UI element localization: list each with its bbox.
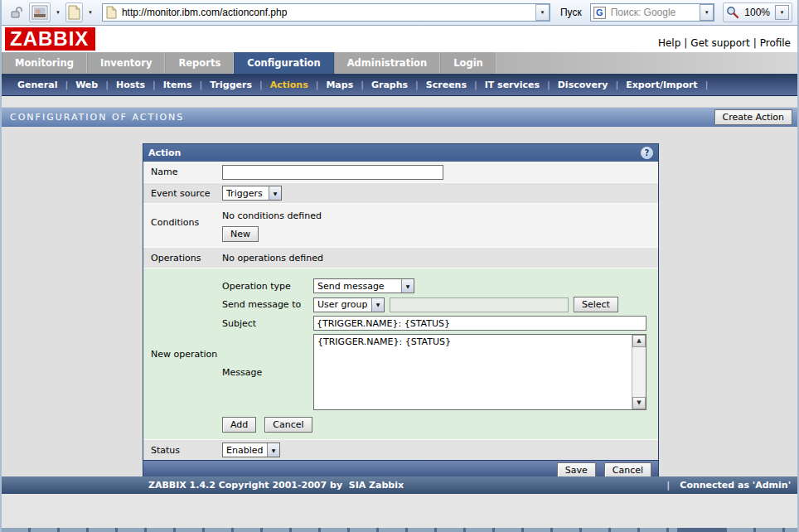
form-row-status: Status Enabled (143, 439, 658, 460)
browser-window: http://monitor.ibm.com/actionconf.php Пу… (0, 0, 799, 532)
subnav-items[interactable]: Items (156, 80, 200, 90)
image-dropdown-icon[interactable] (53, 10, 63, 15)
page-icon (68, 5, 80, 20)
textarea-scrollbar[interactable] (632, 335, 646, 409)
conditions-label: Conditions (143, 209, 222, 228)
subnav-graphs[interactable]: Graphs (364, 80, 415, 90)
page-header: CONFIGURATION OF ACTIONS Create Action (2, 108, 797, 127)
form-row-conditions: Conditions No conditions defined New (143, 203, 658, 247)
no-operations-text: No operations defined (222, 253, 323, 264)
send-message-to-row: Send message to User group Select (222, 297, 658, 312)
zabbix-logo[interactable]: ZABBIX (5, 27, 95, 51)
page-dropdown-icon[interactable] (85, 10, 95, 15)
tab-login[interactable]: Login (440, 52, 496, 74)
address-dropdown-icon[interactable] (535, 4, 550, 21)
status-label: Status (143, 445, 222, 456)
tab-inventory[interactable]: Inventory (87, 52, 166, 74)
subnav-export-import[interactable]: Export/Import (618, 80, 705, 90)
subject-input[interactable] (313, 316, 646, 331)
event-source-select[interactable]: Triggers (222, 186, 282, 201)
new-condition-button[interactable]: New (222, 226, 259, 242)
page-title: CONFIGURATION OF ACTIONS (2, 112, 184, 123)
image-icon (31, 5, 48, 20)
subject-row: Subject (222, 316, 658, 331)
header-links: HelpGet supportProfile (658, 37, 791, 49)
bottom-edge-segment (677, 528, 727, 532)
search-box[interactable]: G Поиск: Google (590, 3, 715, 22)
help-icon[interactable]: ? (641, 147, 653, 159)
below-footer-area (2, 494, 797, 528)
copyright-text: ZABBIX 1.4.2 Copyright 2001-2007 by SIA … (2, 476, 550, 494)
get-support-link[interactable]: Get support (690, 37, 749, 49)
select-arrow-icon (371, 298, 384, 312)
form-row-operations: Operations No operations defined (143, 247, 658, 268)
scroll-down-icon[interactable] (632, 397, 646, 409)
help-link[interactable]: Help (658, 37, 680, 49)
tab-configuration[interactable]: Configuration (234, 52, 333, 74)
url-text[interactable]: http://monitor.ibm.com/actionconf.php (117, 7, 535, 18)
subnav-it-services[interactable]: IT services (477, 80, 547, 90)
form-row-name: Name (143, 162, 658, 182)
subnav-separator (705, 80, 709, 90)
operation-type-select[interactable]: Send message (313, 278, 414, 293)
add-operation-button[interactable]: Add (222, 417, 256, 433)
subnav-web[interactable]: Web (68, 80, 105, 90)
action-form: Action ? Name Event source Triggers Cond… (143, 143, 659, 481)
url-page-icon (106, 6, 117, 19)
name-label: Name (143, 167, 222, 177)
search-dropdown-icon[interactable] (700, 4, 714, 21)
select-arrow-icon (269, 186, 281, 200)
subnav-hosts[interactable]: Hosts (109, 80, 153, 90)
subnav-general[interactable]: General (10, 80, 65, 90)
subnav-discovery[interactable]: Discovery (550, 80, 616, 90)
message-label: Message (222, 367, 313, 378)
window-bottom-edge (2, 528, 797, 532)
name-input[interactable] (222, 165, 443, 180)
image-button[interactable] (29, 2, 51, 22)
message-row: Message {TRIGGER.NAME}: {STATUS} (222, 334, 658, 410)
form-title-bar: Action ? (143, 144, 658, 162)
create-action-button[interactable]: Create Action (714, 109, 793, 125)
subnav-actions[interactable]: Actions (263, 80, 316, 90)
address-bar[interactable]: http://monitor.ibm.com/actionconf.php (102, 3, 550, 22)
tabs-filler (496, 52, 797, 74)
zoom-control[interactable]: 100% (723, 2, 792, 22)
operation-type-label: Operation type (222, 281, 313, 292)
send-to-select[interactable]: User group (313, 297, 385, 312)
profile-link[interactable]: Profile (760, 37, 791, 49)
zoom-dropdown-icon[interactable] (775, 5, 789, 20)
subnav-screens[interactable]: Screens (419, 80, 474, 90)
go-button[interactable]: Пуск (560, 7, 582, 18)
no-conditions-text: No conditions defined (222, 209, 322, 221)
tab-reports[interactable]: Reports (165, 52, 234, 74)
main-nav-tabs: Monitoring Inventory Reports Configurati… (2, 52, 797, 74)
send-message-to-label: Send message to (222, 299, 313, 310)
operation-buttons-row: Add Cancel (222, 417, 658, 433)
select-arrow-icon (401, 279, 414, 293)
link-separator (680, 37, 690, 49)
browser-toolbar: http://monitor.ibm.com/actionconf.php Пу… (2, 0, 797, 26)
connected-as-text: Connected as 'Admin' (666, 476, 791, 494)
subnav-triggers[interactable]: Triggers (202, 80, 259, 90)
content-area: Action ? Name Event source Triggers Cond… (2, 127, 797, 476)
search-input[interactable]: Поиск: Google (606, 7, 700, 18)
tab-monitoring[interactable]: Monitoring (2, 52, 87, 74)
operation-type-row: Operation type Send message (222, 278, 658, 293)
new-operation-label: New operation (143, 349, 222, 360)
scroll-up-icon[interactable] (632, 335, 646, 347)
google-icon: G (593, 7, 606, 19)
operations-label: Operations (143, 253, 222, 264)
send-to-target-input (390, 297, 569, 312)
cancel-operation-button[interactable]: Cancel (264, 417, 312, 433)
tab-administration[interactable]: Administration (334, 52, 441, 74)
subnav-maps[interactable]: Maps (318, 80, 361, 90)
select-button[interactable]: Select (574, 297, 618, 312)
status-select[interactable]: Enabled (222, 443, 280, 457)
gap-strip (2, 96, 797, 108)
form-row-new-operation: New operation Operation type Send messag… (143, 268, 658, 439)
form-row-event-source: Event source Triggers (143, 182, 658, 203)
form-title: Action (148, 148, 641, 158)
message-textarea[interactable]: {TRIGGER.NAME}: {STATUS} (313, 334, 646, 410)
select-arrow-icon (267, 443, 279, 457)
page-button[interactable] (65, 2, 83, 22)
